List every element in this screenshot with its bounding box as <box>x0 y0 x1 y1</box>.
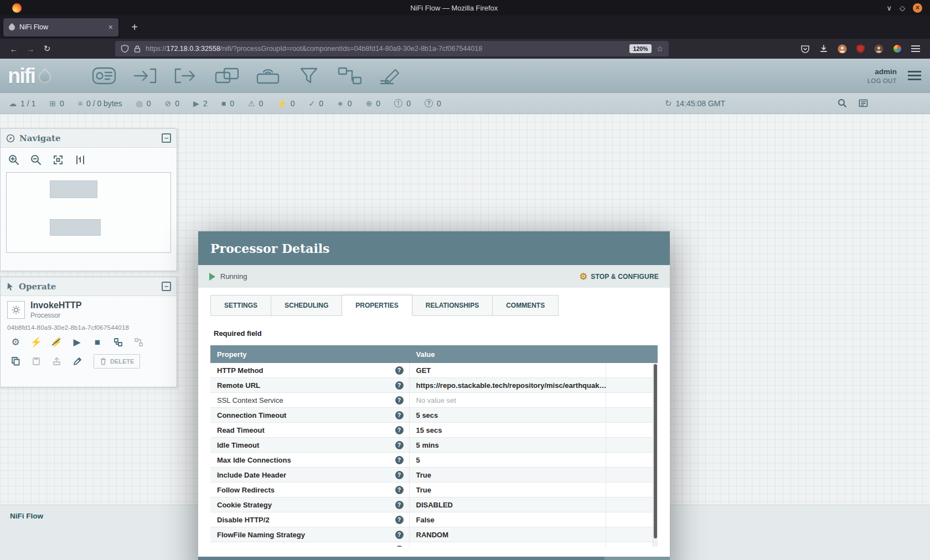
help-icon[interactable]: ? <box>395 441 404 449</box>
template-tool[interactable] <box>337 65 363 86</box>
window-minimize-icon[interactable]: ∨ <box>886 4 892 12</box>
browser-tab[interactable]: NiFi Flow × <box>3 18 118 37</box>
property-row[interactable]: HTTP Method?GET <box>210 363 658 378</box>
table-scrollbar[interactable] <box>653 363 658 547</box>
zoom-actual-size-icon[interactable] <box>75 154 86 165</box>
property-row[interactable]: Disable HTTP/2?False <box>210 512 658 527</box>
help-icon[interactable]: ? <box>395 471 404 479</box>
property-value[interactable]: https://repo.stackable.tech/repository/m… <box>410 378 607 392</box>
help-icon[interactable]: ? <box>395 486 404 494</box>
tracking-shield-icon[interactable] <box>121 44 129 53</box>
breadcrumb[interactable]: NiFi Flow <box>10 512 43 520</box>
property-row[interactable]: Remote URL?https://repo.stackable.tech/r… <box>210 378 658 393</box>
property-value[interactable]: 15 secs <box>410 423 607 437</box>
help-icon[interactable]: ? <box>395 456 404 464</box>
reload-button[interactable]: ↻ <box>39 42 55 56</box>
extension-avatar-icon[interactable] <box>874 44 884 54</box>
property-value[interactable]: 5 mins <box>410 438 607 452</box>
property-row[interactable]: Follow Redirects?True <box>210 483 658 497</box>
remote-process-group-tool[interactable] <box>255 65 281 86</box>
process-group-tool[interactable] <box>214 65 240 86</box>
label-tool[interactable] <box>378 65 404 86</box>
group-button[interactable] <box>110 335 126 350</box>
help-icon[interactable]: ? <box>395 396 404 405</box>
help-icon[interactable]: ? <box>395 501 404 509</box>
dialog-tab-scheduling[interactable]: SCHEDULING <box>271 295 342 316</box>
property-row[interactable]: SSL Context Service?No value set <box>210 393 658 408</box>
zoom-level-button[interactable]: 120% <box>629 44 652 53</box>
logout-button[interactable]: LOG OUT <box>867 77 897 84</box>
bulletin-panel-button[interactable] <box>859 98 868 110</box>
property-value[interactable]: 5 <box>410 453 607 467</box>
output-port-tool[interactable] <box>173 65 199 86</box>
menu-icon[interactable] <box>911 45 920 52</box>
property-row[interactable]: Connection Timeout?5 secs <box>210 408 658 423</box>
ok-button[interactable]: OK <box>604 557 670 560</box>
forward-button[interactable]: → <box>22 42 39 56</box>
ublock-origin-icon[interactable] <box>856 44 865 53</box>
disable-button[interactable]: ⚡ <box>48 335 65 350</box>
move-to-parent-group-button[interactable] <box>48 354 65 369</box>
search-button[interactable] <box>838 98 847 110</box>
dialog-tab-relationships[interactable]: RELATIONSHIPS <box>412 295 493 316</box>
property-row[interactable]: Read Timeout?15 secs <box>210 423 658 438</box>
property-row[interactable]: Max Idle Connections?5 <box>210 453 658 468</box>
help-icon[interactable]: ? <box>395 366 404 375</box>
help-icon[interactable]: ? <box>395 411 404 419</box>
stop-and-configure-button[interactable]: ⚙ STOP & CONFIGURE <box>580 272 659 281</box>
property-value[interactable]: True <box>410 468 607 482</box>
downloads-icon[interactable] <box>819 44 828 53</box>
delete-button[interactable]: DELETE <box>94 354 140 369</box>
url-bar[interactable]: https://172.18.0.3:32558/nifi/?processGr… <box>115 41 669 56</box>
configure-button[interactable]: ⚙ <box>7 335 24 350</box>
enable-button[interactable]: ⚡ <box>28 335 44 350</box>
help-icon[interactable]: ? <box>395 426 404 434</box>
zoom-fit-icon[interactable] <box>53 154 64 165</box>
birdseye-minimap[interactable] <box>6 172 171 253</box>
window-maximize-icon[interactable]: ◇ <box>900 4 905 12</box>
property-row[interactable]: Include Date Header?True <box>210 468 658 483</box>
extension-pinwheel-icon[interactable] <box>893 44 902 53</box>
paste-button[interactable] <box>28 354 44 369</box>
dialog-tab-settings[interactable]: SETTINGS <box>210 295 271 316</box>
tab-close-icon[interactable]: × <box>108 23 113 32</box>
back-button[interactable]: ← <box>6 42 22 56</box>
zoom-in-icon[interactable] <box>8 154 19 165</box>
property-row[interactable]: Cookie Strategy?DISABLED <box>210 497 658 512</box>
funnel-tool[interactable] <box>296 65 322 86</box>
url-text[interactable]: https://172.18.0.3:32558/nifi/?processGr… <box>146 45 625 53</box>
lock-icon[interactable] <box>133 45 141 53</box>
property-value[interactable]: No value set <box>410 393 607 407</box>
new-tab-button[interactable]: + <box>127 21 142 34</box>
pocket-icon[interactable] <box>800 44 810 54</box>
help-icon[interactable]: ? <box>395 531 404 539</box>
fill-color-button[interactable] <box>69 354 85 369</box>
bookmark-star-icon[interactable]: ☆ <box>656 44 663 53</box>
help-icon[interactable]: ? <box>395 381 404 390</box>
navigate-collapse-button[interactable]: − <box>162 133 171 143</box>
account-avatar-icon[interactable] <box>838 44 847 54</box>
operate-collapse-button[interactable]: − <box>162 282 171 291</box>
property-value[interactable]: True <box>410 483 607 497</box>
property-value[interactable]: False <box>410 512 607 527</box>
dialog-tab-comments[interactable]: COMMENTS <box>492 295 559 316</box>
copy-button[interactable] <box>7 354 24 369</box>
create-template-button[interactable] <box>130 335 147 350</box>
help-icon[interactable]: ? <box>395 516 404 524</box>
processor-tool[interactable] <box>91 65 117 86</box>
property-row[interactable]: FlowFile Naming Strategy?RANDOM <box>210 527 658 542</box>
window-close-icon[interactable]: × <box>913 3 922 13</box>
property-value[interactable]: DISABLED <box>410 497 607 512</box>
global-menu-icon[interactable] <box>908 71 921 80</box>
input-port-tool[interactable] <box>132 65 158 86</box>
flow-canvas[interactable]: Navigate − Operate − <box>0 114 930 505</box>
scrollbar-thumb[interactable] <box>654 364 657 538</box>
dialog-tab-properties[interactable]: PROPERTIES <box>342 295 412 316</box>
start-button[interactable]: ▶ <box>69 335 85 350</box>
stop-button[interactable]: ■ <box>89 335 106 350</box>
property-value[interactable]: 5 secs <box>410 408 607 422</box>
zoom-out-icon[interactable] <box>30 154 42 165</box>
refresh-icon[interactable]: ↻ <box>665 98 672 108</box>
property-row[interactable]: Idle Timeout?5 mins <box>210 438 658 453</box>
property-value[interactable]: GET <box>410 363 607 377</box>
